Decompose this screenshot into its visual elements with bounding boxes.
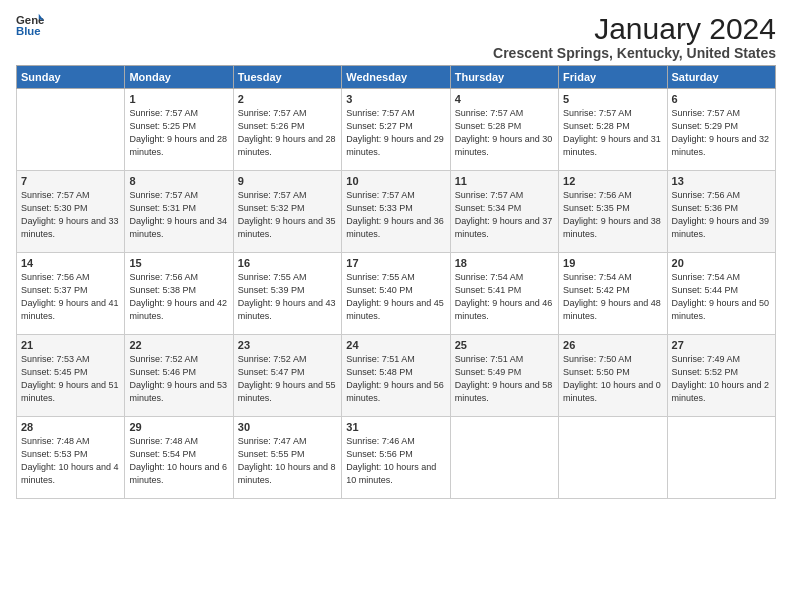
calendar-cell: 12 Sunrise: 7:56 AMSunset: 5:35 PMDaylig…: [559, 171, 667, 253]
day-number: 28: [21, 421, 120, 433]
day-detail: Sunrise: 7:57 AMSunset: 5:26 PMDaylight:…: [238, 108, 336, 157]
calendar-cell: 30 Sunrise: 7:47 AMSunset: 5:55 PMDaylig…: [233, 417, 341, 499]
day-detail: Sunrise: 7:55 AMSunset: 5:40 PMDaylight:…: [346, 272, 444, 321]
page-container: General Blue January 2024 Crescent Sprin…: [0, 0, 792, 507]
day-number: 21: [21, 339, 120, 351]
header-friday: Friday: [559, 66, 667, 89]
day-number: 5: [563, 93, 662, 105]
day-number: 13: [672, 175, 771, 187]
day-number: 11: [455, 175, 554, 187]
calendar-cell: 27 Sunrise: 7:49 AMSunset: 5:52 PMDaylig…: [667, 335, 775, 417]
day-number: 27: [672, 339, 771, 351]
calendar-cell: 31 Sunrise: 7:46 AMSunset: 5:56 PMDaylig…: [342, 417, 450, 499]
day-number: 26: [563, 339, 662, 351]
calendar-cell: 17 Sunrise: 7:55 AMSunset: 5:40 PMDaylig…: [342, 253, 450, 335]
day-number: 23: [238, 339, 337, 351]
logo-icon: General Blue: [16, 12, 44, 40]
calendar-cell: 22 Sunrise: 7:52 AMSunset: 5:46 PMDaylig…: [125, 335, 233, 417]
calendar-cell: 28 Sunrise: 7:48 AMSunset: 5:53 PMDaylig…: [17, 417, 125, 499]
calendar-cell: 23 Sunrise: 7:52 AMSunset: 5:47 PMDaylig…: [233, 335, 341, 417]
calendar-cell: 10 Sunrise: 7:57 AMSunset: 5:33 PMDaylig…: [342, 171, 450, 253]
day-detail: Sunrise: 7:51 AMSunset: 5:48 PMDaylight:…: [346, 354, 444, 403]
day-detail: Sunrise: 7:52 AMSunset: 5:47 PMDaylight:…: [238, 354, 336, 403]
day-detail: Sunrise: 7:57 AMSunset: 5:31 PMDaylight:…: [129, 190, 227, 239]
calendar-cell: [450, 417, 558, 499]
day-number: 8: [129, 175, 228, 187]
day-detail: Sunrise: 7:57 AMSunset: 5:34 PMDaylight:…: [455, 190, 553, 239]
month-title: January 2024: [493, 12, 776, 45]
calendar-cell: [559, 417, 667, 499]
calendar-cell: 4 Sunrise: 7:57 AMSunset: 5:28 PMDayligh…: [450, 89, 558, 171]
day-detail: Sunrise: 7:51 AMSunset: 5:49 PMDaylight:…: [455, 354, 553, 403]
calendar-cell: 16 Sunrise: 7:55 AMSunset: 5:39 PMDaylig…: [233, 253, 341, 335]
day-number: 24: [346, 339, 445, 351]
header-sunday: Sunday: [17, 66, 125, 89]
header-saturday: Saturday: [667, 66, 775, 89]
calendar-cell: 26 Sunrise: 7:50 AMSunset: 5:50 PMDaylig…: [559, 335, 667, 417]
day-detail: Sunrise: 7:57 AMSunset: 5:28 PMDaylight:…: [455, 108, 553, 157]
day-detail: Sunrise: 7:56 AMSunset: 5:37 PMDaylight:…: [21, 272, 119, 321]
day-number: 30: [238, 421, 337, 433]
day-detail: Sunrise: 7:57 AMSunset: 5:29 PMDaylight:…: [672, 108, 770, 157]
day-detail: Sunrise: 7:56 AMSunset: 5:35 PMDaylight:…: [563, 190, 661, 239]
day-number: 2: [238, 93, 337, 105]
calendar-cell: 3 Sunrise: 7:57 AMSunset: 5:27 PMDayligh…: [342, 89, 450, 171]
day-detail: Sunrise: 7:57 AMSunset: 5:28 PMDaylight:…: [563, 108, 661, 157]
calendar-table: Sunday Monday Tuesday Wednesday Thursday…: [16, 65, 776, 499]
calendar-header-row: Sunday Monday Tuesday Wednesday Thursday…: [17, 66, 776, 89]
day-number: 19: [563, 257, 662, 269]
calendar-cell: 21 Sunrise: 7:53 AMSunset: 5:45 PMDaylig…: [17, 335, 125, 417]
calendar-cell: 25 Sunrise: 7:51 AMSunset: 5:49 PMDaylig…: [450, 335, 558, 417]
day-number: 25: [455, 339, 554, 351]
day-number: 6: [672, 93, 771, 105]
day-detail: Sunrise: 7:56 AMSunset: 5:38 PMDaylight:…: [129, 272, 227, 321]
day-detail: Sunrise: 7:57 AMSunset: 5:33 PMDaylight:…: [346, 190, 444, 239]
day-detail: Sunrise: 7:50 AMSunset: 5:50 PMDaylight:…: [563, 354, 661, 403]
day-number: 15: [129, 257, 228, 269]
day-number: 3: [346, 93, 445, 105]
day-number: 29: [129, 421, 228, 433]
location-title: Crescent Springs, Kentucky, United State…: [493, 45, 776, 61]
calendar-cell: 9 Sunrise: 7:57 AMSunset: 5:32 PMDayligh…: [233, 171, 341, 253]
calendar-cell: 11 Sunrise: 7:57 AMSunset: 5:34 PMDaylig…: [450, 171, 558, 253]
header-thursday: Thursday: [450, 66, 558, 89]
calendar-cell: 24 Sunrise: 7:51 AMSunset: 5:48 PMDaylig…: [342, 335, 450, 417]
title-block: January 2024 Crescent Springs, Kentucky,…: [493, 12, 776, 61]
day-detail: Sunrise: 7:47 AMSunset: 5:55 PMDaylight:…: [238, 436, 336, 485]
day-detail: Sunrise: 7:54 AMSunset: 5:44 PMDaylight:…: [672, 272, 770, 321]
calendar-cell: [667, 417, 775, 499]
calendar-cell: 7 Sunrise: 7:57 AMSunset: 5:30 PMDayligh…: [17, 171, 125, 253]
calendar-cell: 2 Sunrise: 7:57 AMSunset: 5:26 PMDayligh…: [233, 89, 341, 171]
day-number: 18: [455, 257, 554, 269]
header-tuesday: Tuesday: [233, 66, 341, 89]
day-number: 7: [21, 175, 120, 187]
day-detail: Sunrise: 7:55 AMSunset: 5:39 PMDaylight:…: [238, 272, 336, 321]
day-number: 31: [346, 421, 445, 433]
calendar-cell: 13 Sunrise: 7:56 AMSunset: 5:36 PMDaylig…: [667, 171, 775, 253]
day-number: 20: [672, 257, 771, 269]
calendar-cell: 5 Sunrise: 7:57 AMSunset: 5:28 PMDayligh…: [559, 89, 667, 171]
svg-text:Blue: Blue: [16, 25, 41, 37]
header-monday: Monday: [125, 66, 233, 89]
day-detail: Sunrise: 7:57 AMSunset: 5:32 PMDaylight:…: [238, 190, 336, 239]
day-detail: Sunrise: 7:57 AMSunset: 5:30 PMDaylight:…: [21, 190, 119, 239]
day-detail: Sunrise: 7:56 AMSunset: 5:36 PMDaylight:…: [672, 190, 770, 239]
day-detail: Sunrise: 7:54 AMSunset: 5:42 PMDaylight:…: [563, 272, 661, 321]
calendar-cell: 14 Sunrise: 7:56 AMSunset: 5:37 PMDaylig…: [17, 253, 125, 335]
day-detail: Sunrise: 7:52 AMSunset: 5:46 PMDaylight:…: [129, 354, 227, 403]
day-detail: Sunrise: 7:54 AMSunset: 5:41 PMDaylight:…: [455, 272, 553, 321]
calendar-cell: 29 Sunrise: 7:48 AMSunset: 5:54 PMDaylig…: [125, 417, 233, 499]
day-detail: Sunrise: 7:57 AMSunset: 5:27 PMDaylight:…: [346, 108, 444, 157]
day-detail: Sunrise: 7:53 AMSunset: 5:45 PMDaylight:…: [21, 354, 119, 403]
day-detail: Sunrise: 7:46 AMSunset: 5:56 PMDaylight:…: [346, 436, 436, 485]
calendar-cell: 20 Sunrise: 7:54 AMSunset: 5:44 PMDaylig…: [667, 253, 775, 335]
calendar-cell: 1 Sunrise: 7:57 AMSunset: 5:25 PMDayligh…: [125, 89, 233, 171]
calendar-cell: 8 Sunrise: 7:57 AMSunset: 5:31 PMDayligh…: [125, 171, 233, 253]
day-number: 1: [129, 93, 228, 105]
header-wednesday: Wednesday: [342, 66, 450, 89]
logo: General Blue: [16, 12, 44, 40]
calendar-cell: 19 Sunrise: 7:54 AMSunset: 5:42 PMDaylig…: [559, 253, 667, 335]
day-number: 14: [21, 257, 120, 269]
calendar-cell: [17, 89, 125, 171]
day-detail: Sunrise: 7:48 AMSunset: 5:53 PMDaylight:…: [21, 436, 119, 485]
